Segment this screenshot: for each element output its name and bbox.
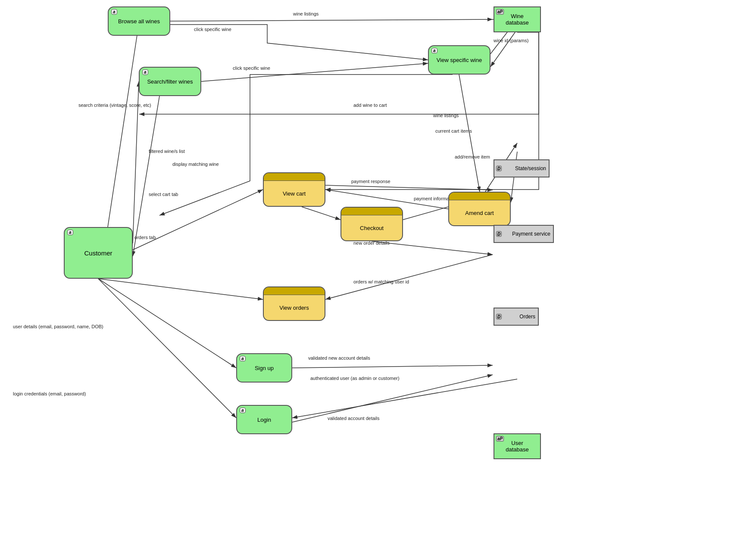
view-orders-header <box>264 287 325 295</box>
node-signup: a Sign up <box>236 353 292 383</box>
view-specific-label: View specific wine <box>437 57 482 63</box>
node-state-session: D State/session <box>494 159 550 177</box>
signup-badge: a <box>240 356 246 361</box>
arrow-signup-userdb <box>292 365 493 368</box>
label-validated-account: validated account details <box>328 416 380 421</box>
label-validated-new: validated new account details <box>308 355 370 361</box>
arrow-viewcart-checkout <box>302 207 341 220</box>
payment-service-label: Payment service <box>512 231 550 237</box>
node-customer: a Customer <box>64 227 133 279</box>
arrow-customer-login <box>98 279 236 418</box>
view-orders-body: View orders <box>264 295 325 320</box>
node-orders: D Orders <box>494 308 539 326</box>
node-view-orders: View orders <box>263 286 325 321</box>
diagram-container: wine listings click specific wine click … <box>0 0 731 560</box>
customer-label: Customer <box>84 249 112 257</box>
arrow-orders-vieworders <box>325 255 493 299</box>
state-session-label: State/session <box>515 165 546 171</box>
view-cart-header <box>264 173 325 181</box>
view-specific-badge: a <box>431 48 437 53</box>
node-checkout: Checkout <box>341 207 403 241</box>
node-wine-db: aP Wine database <box>494 6 541 32</box>
label-wine-listings-top: wine listings <box>293 11 319 16</box>
node-payment-service: D Payment service <box>494 225 554 243</box>
customer-badge: a <box>67 230 73 235</box>
arrow-searchwines-customer <box>133 96 159 256</box>
diagram-svg: wine listings click specific wine click … <box>0 0 731 560</box>
amend-cart-label: Amend cart <box>465 210 494 216</box>
view-cart-body: View cart <box>264 181 325 206</box>
node-view-cart: View cart <box>263 172 325 207</box>
arrow-userdb-login-auth <box>292 379 517 418</box>
state-session-badge: D <box>496 166 502 171</box>
node-view-specific: a View specific wine <box>428 45 490 75</box>
node-amend-cart: Amend cart <box>448 192 511 226</box>
payment-service-badge: D <box>496 231 502 237</box>
label-add-remove: add/remove item <box>455 154 490 159</box>
node-browse-wines: a Browse all wines <box>108 6 170 36</box>
label-select-cart: select cart tab <box>149 192 178 197</box>
node-user-db: aP User database <box>494 433 541 459</box>
arrow-checkout-orders <box>372 241 493 255</box>
label-wine-listings-right: wine listings <box>433 113 459 118</box>
label-authenticated-user: authenticated user (as admin or customer… <box>310 376 400 381</box>
checkout-label: Checkout <box>360 225 384 231</box>
label-click-specific-search: click specific wine <box>233 65 270 71</box>
label-filtered-wines: filtered wine/s list <box>149 149 185 154</box>
view-cart-label: View cart <box>283 190 306 197</box>
checkout-body: Checkout <box>341 215 402 240</box>
label-user-details: user details (email, password, name, DOB… <box>13 324 103 329</box>
label-current-cart: current cart items <box>435 128 472 134</box>
arrow-customer-viewcart <box>133 190 263 250</box>
node-login: a Login <box>236 405 292 434</box>
label-login-creds: login credentials (email, password) <box>13 391 86 396</box>
orders-badge: D <box>496 314 502 320</box>
user-db-badge: aP <box>496 436 504 442</box>
user-db-label: User database <box>506 440 529 453</box>
signup-label: Sign up <box>255 365 274 371</box>
label-display-matching: display matching wine <box>172 162 219 167</box>
label-search-criteria: search criteria (vintage, score, etc) <box>78 103 151 108</box>
wine-db-badge: aP <box>496 9 504 15</box>
browse-wines-label: Browse all wines <box>118 18 160 25</box>
view-orders-label: View orders <box>279 305 309 311</box>
login-label: Login <box>257 417 271 423</box>
arrow-browse-winedb <box>170 19 493 21</box>
arrow-customer-vieworders <box>98 279 263 299</box>
amend-cart-body: Amend cart <box>449 200 510 225</box>
label-wine-id: wine id (params) <box>493 38 528 43</box>
search-wines-badge: a <box>142 69 148 75</box>
label-click-specific-top: click specific wine <box>194 27 231 32</box>
label-payment-response: payment response <box>351 179 390 184</box>
amend-cart-header <box>449 193 510 200</box>
orders-label: Orders <box>519 314 535 320</box>
label-add-wine-cart: add wine to cart <box>353 103 387 108</box>
arrow-login-userdb <box>292 375 493 422</box>
browse-wines-badge: a <box>111 9 117 15</box>
search-wines-label: Search/filter wines <box>147 78 193 85</box>
arrow-customer-signup <box>98 279 236 368</box>
wine-db-label: Wine database <box>506 13 529 26</box>
node-search-wines: a Search/filter wines <box>139 67 201 96</box>
checkout-header <box>341 208 402 215</box>
label-orders-matching: orders w/ matching user id <box>353 279 409 284</box>
login-badge: a <box>240 408 246 413</box>
